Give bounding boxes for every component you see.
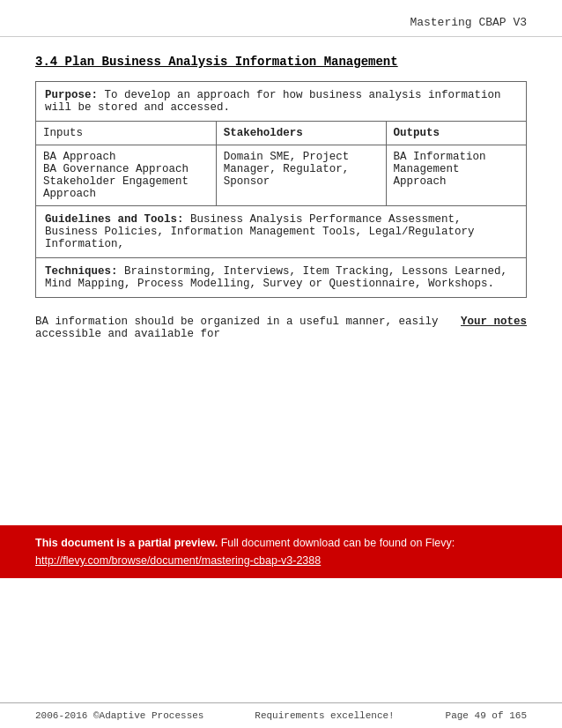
your-notes-label: Your notes (461, 316, 527, 328)
guidelines-cell: Guidelines and Tools: Business Analysis … (36, 206, 527, 258)
data-row: BA Approach BA Governance Approach Stake… (36, 145, 527, 206)
purpose-row: Purpose: To develop an approach for how … (36, 82, 527, 122)
outputs-cell: BA Information Management Approach (386, 145, 527, 206)
after-table-text: BA information should be organized in a … (35, 316, 447, 340)
page-header: Mastering CBAP V3 (0, 0, 562, 37)
main-content: 3.4 Plan Business Analysis Information M… (0, 37, 562, 367)
purpose-text: To develop an approach for how business … (45, 89, 501, 114)
col-header-inputs: Inputs (36, 122, 217, 145)
banner-main-text: This document is a partial preview. (35, 537, 218, 549)
footer-right: Page 49 of 165 (446, 710, 527, 721)
techniques-label: Techniques: (45, 265, 118, 278)
info-table: Purpose: To develop an approach for how … (35, 81, 527, 298)
inputs-cell: BA Approach BA Governance Approach Stake… (36, 145, 217, 206)
purpose-cell: Purpose: To develop an approach for how … (36, 82, 527, 122)
banner-link[interactable]: http://flevy.com/browse/document/masteri… (35, 554, 321, 567)
header-title: Mastering CBAP V3 (410, 16, 527, 29)
stakeholders-cell: Domain SME, Project Manager, Regulator, … (216, 145, 386, 206)
purpose-label: Purpose: (45, 89, 98, 101)
col-header-stakeholders: Stakeholders (216, 122, 386, 145)
col-header-outputs: Outputs (386, 122, 527, 145)
page-footer: 2006-2016 ©Adaptive Processes Requiremen… (0, 702, 562, 728)
guidelines-label: Guidelines and Tools: (45, 213, 184, 226)
banner-secondary-text: Full document download can be found on F… (218, 537, 455, 549)
section-title: 3.4 Plan Business Analysis Information M… (35, 55, 527, 69)
guidelines-row: Guidelines and Tools: Business Analysis … (36, 206, 527, 258)
techniques-row: Techniques: Brainstorming, Interviews, I… (36, 258, 527, 298)
footer-left: 2006-2016 ©Adaptive Processes (35, 710, 203, 721)
spacer (0, 367, 562, 525)
page-container: Mastering CBAP V3 3.4 Plan Business Anal… (0, 0, 562, 728)
footer-center: Requirements excellence! (255, 710, 394, 721)
after-table-body: BA information should be organized in a … (35, 316, 439, 340)
column-header-row: Inputs Stakeholders Outputs (36, 122, 527, 145)
preview-banner: This document is a partial preview. Full… (0, 525, 562, 578)
techniques-cell: Techniques: Brainstorming, Interviews, I… (36, 258, 527, 298)
after-table-section: BA information should be organized in a … (35, 298, 527, 349)
